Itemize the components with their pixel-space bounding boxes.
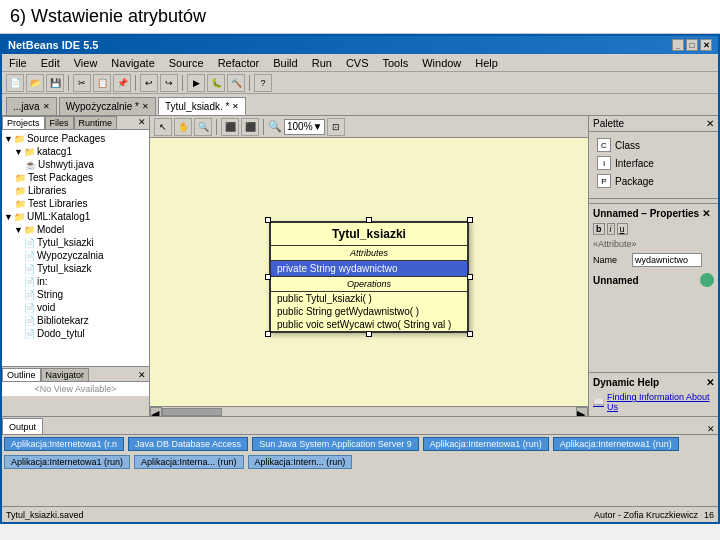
handle-tl[interactable] bbox=[265, 217, 271, 223]
output-btn-3[interactable]: Aplikacja:Internetowa1 (run) bbox=[423, 437, 549, 451]
tree-ushwyti[interactable]: ☕ Ushwyti.java bbox=[4, 158, 147, 171]
tree-tytul-ksiazk[interactable]: 📄 Tytul_ksiazk bbox=[4, 262, 147, 275]
palette-interface[interactable]: I Interface bbox=[593, 154, 714, 172]
menu-help[interactable]: Help bbox=[472, 57, 501, 69]
outline-pin[interactable]: ✕ bbox=[135, 369, 149, 381]
run-project-button[interactable]: ▶ bbox=[187, 74, 205, 92]
tab-wypozyczalnie[interactable]: Wypożyczalnie * ✕ bbox=[59, 97, 156, 115]
zoom-select[interactable]: 100% ▼ bbox=[284, 119, 325, 135]
output-btn-sun[interactable]: Sun Java System Application Server 9 bbox=[252, 437, 419, 451]
paste-button[interactable]: 📌 bbox=[113, 74, 131, 92]
dynamic-help-pin[interactable]: ✕ bbox=[706, 377, 714, 388]
menu-file[interactable]: File bbox=[6, 57, 30, 69]
panel-pin[interactable]: ✕ bbox=[135, 116, 149, 129]
tree-uml-katalog[interactable]: ▼ 📁 UML:Katalog1 bbox=[4, 210, 147, 223]
debug-button[interactable]: 🐛 bbox=[207, 74, 225, 92]
underline-btn[interactable]: u bbox=[617, 223, 628, 235]
projects-tab[interactable]: Projects bbox=[2, 116, 45, 129]
uml-operation-2[interactable]: public String getWydawnistwo( ) bbox=[271, 305, 467, 318]
tree-bibliotekarz[interactable]: 📄 Bibliotekarz bbox=[4, 314, 147, 327]
handle-bm[interactable] bbox=[366, 331, 372, 337]
output-btn-java-db[interactable]: Java DB Database Access bbox=[128, 437, 248, 451]
save-button[interactable]: 💾 bbox=[46, 74, 64, 92]
handle-br[interactable] bbox=[467, 331, 473, 337]
handle-tr[interactable] bbox=[467, 217, 473, 223]
expand-uml[interactable]: ▼ bbox=[4, 212, 13, 222]
redo-button[interactable]: ↪ bbox=[160, 74, 178, 92]
output-tab[interactable]: Output bbox=[2, 418, 43, 434]
pan-tool[interactable]: ✋ bbox=[174, 118, 192, 136]
handle-mr[interactable] bbox=[467, 274, 473, 280]
menu-cvs[interactable]: CVS bbox=[343, 57, 372, 69]
output-run-btn-2[interactable]: Aplikacja:Interna... (run) bbox=[134, 455, 244, 469]
menu-refactor[interactable]: Refactor bbox=[215, 57, 263, 69]
tree-katacg1[interactable]: ▼ 📁 katacg1 bbox=[4, 145, 147, 158]
undo-button[interactable]: ↩ bbox=[140, 74, 158, 92]
palette-class[interactable]: C Class bbox=[593, 136, 714, 154]
menu-source[interactable]: Source bbox=[166, 57, 207, 69]
tree-dodo-tytul[interactable]: 📄 Dodo_tytul bbox=[4, 327, 147, 340]
handle-ml[interactable] bbox=[265, 274, 271, 280]
open-button[interactable]: 📂 bbox=[26, 74, 44, 92]
properties-pin[interactable]: ✕ bbox=[702, 208, 710, 219]
maximize-button[interactable]: □ bbox=[686, 39, 698, 51]
name-prop-input[interactable] bbox=[632, 253, 702, 267]
runtime-tab[interactable]: Runtime bbox=[74, 116, 118, 129]
copy-button[interactable]: 📋 bbox=[93, 74, 111, 92]
tree-libraries[interactable]: 📁 Libraries bbox=[4, 184, 147, 197]
tree-model[interactable]: ▼ 📁 Model bbox=[4, 223, 147, 236]
tree-tytul-ksiazki[interactable]: 📄 Tytul_ksiazki bbox=[4, 236, 147, 249]
select-tool[interactable]: ↖ bbox=[154, 118, 172, 136]
project-tree[interactable]: ▼ 📁 Source Packages ▼ 📁 katacg1 ☕ Ushwyt… bbox=[2, 130, 149, 366]
build-button[interactable]: 🔨 bbox=[227, 74, 245, 92]
menu-build[interactable]: Build bbox=[270, 57, 300, 69]
outline-tab[interactable]: Outline bbox=[2, 368, 41, 381]
uml-class[interactable]: Tytul_ksiazki Attributes private String … bbox=[269, 221, 469, 333]
palette-pin[interactable]: ✕ bbox=[706, 118, 714, 129]
output-run-btn-1[interactable]: Aplikacja:Internetowa1 (run) bbox=[4, 455, 130, 469]
uml-operation-1[interactable]: public Tytul_ksiazki( ) bbox=[271, 292, 467, 305]
tree-in[interactable]: 📄 in: bbox=[4, 275, 147, 288]
tree-wypozyczalnia[interactable]: 📄 Wypozyczalnia bbox=[4, 249, 147, 262]
output-btn-1[interactable]: Aplikacja:Internetowa1 (r.n bbox=[4, 437, 124, 451]
tab-wypozyczalnie-close[interactable]: ✕ bbox=[142, 102, 149, 111]
scroll-thumb[interactable] bbox=[162, 408, 222, 416]
uml-operation-3[interactable]: public voic setWycawi ctwo( String val ) bbox=[271, 318, 467, 331]
menu-edit[interactable]: Edit bbox=[38, 57, 63, 69]
menu-navigate[interactable]: Navigate bbox=[108, 57, 157, 69]
output-btn-4[interactable]: Aplikacja:Internetowa1 (run) bbox=[553, 437, 679, 451]
h-scrollbar[interactable]: ◀ ▶ bbox=[150, 406, 588, 416]
handle-bl[interactable] bbox=[265, 331, 271, 337]
tree-test-libraries[interactable]: 📁 Test Libraries bbox=[4, 197, 147, 210]
zoom-in-tool[interactable]: 🔍 bbox=[194, 118, 212, 136]
help-link[interactable]: 📖 Finding Information About Us bbox=[593, 392, 714, 412]
bold-btn[interactable]: b bbox=[593, 223, 605, 235]
tab-java-close[interactable]: ✕ bbox=[43, 102, 50, 111]
align-center[interactable]: ⬛ bbox=[241, 118, 259, 136]
menu-view[interactable]: View bbox=[71, 57, 101, 69]
close-button[interactable]: ✕ bbox=[700, 39, 712, 51]
italic-btn[interactable]: i bbox=[607, 223, 615, 235]
navigator-tab[interactable]: Navigator bbox=[41, 368, 90, 381]
new-button[interactable]: 📄 bbox=[6, 74, 24, 92]
tab-tytul[interactable]: Tytul_ksiadk. * ✕ bbox=[158, 97, 246, 115]
output-run-btn-3[interactable]: Aplikacja:Intern... (run) bbox=[248, 455, 353, 469]
scroll-left-btn[interactable]: ◀ bbox=[150, 407, 162, 417]
scroll-right-btn[interactable]: ▶ bbox=[576, 407, 588, 417]
help-button[interactable]: ? bbox=[254, 74, 272, 92]
fit-view[interactable]: ⊡ bbox=[327, 118, 345, 136]
expand-katacg1[interactable]: ▼ bbox=[14, 147, 23, 157]
output-close-btn[interactable]: ✕ bbox=[704, 424, 718, 434]
expand-model[interactable]: ▼ bbox=[14, 225, 23, 235]
editor-canvas[interactable]: Tytul_ksiazki Attributes private String … bbox=[150, 138, 588, 416]
tab-tytul-close[interactable]: ✕ bbox=[232, 102, 239, 111]
cut-button[interactable]: ✂ bbox=[73, 74, 91, 92]
tree-source-packages[interactable]: ▼ 📁 Source Packages bbox=[4, 132, 147, 145]
palette-package[interactable]: P Package bbox=[593, 172, 714, 190]
align-left[interactable]: ⬛ bbox=[221, 118, 239, 136]
expand-source[interactable]: ▼ bbox=[4, 134, 13, 144]
tab-java[interactable]: ...java ✕ bbox=[6, 97, 57, 115]
tree-test-packages[interactable]: 📁 Test Packages bbox=[4, 171, 147, 184]
uml-attribute[interactable]: private String wydawnictwo bbox=[271, 261, 467, 277]
menu-tools[interactable]: Tools bbox=[380, 57, 412, 69]
